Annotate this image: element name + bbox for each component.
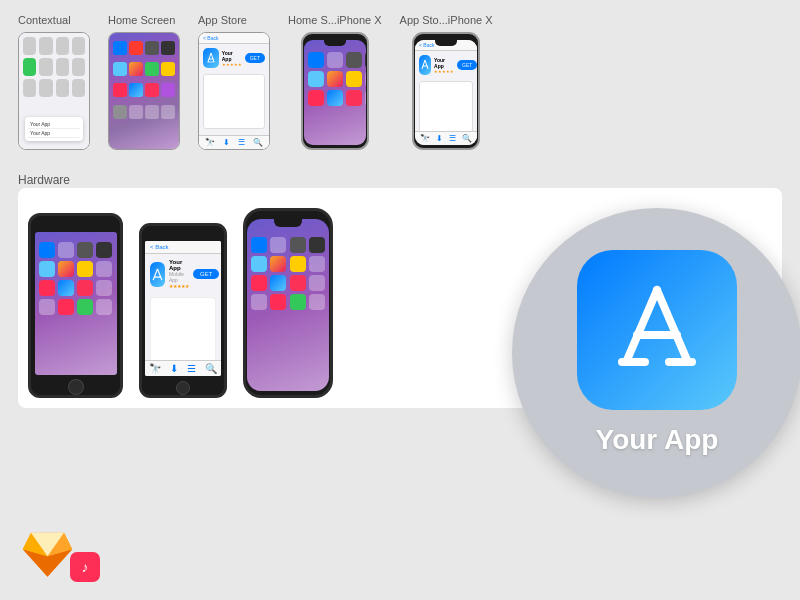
as-app-name: Your App (222, 50, 242, 62)
iphone-x-screen (247, 219, 329, 391)
as-x-stars: ★★★★★ (434, 69, 454, 74)
app-icon-large (577, 250, 737, 410)
ctx-icon-5 (72, 58, 85, 76)
home-screen-phone (108, 32, 180, 150)
top-notch (324, 40, 346, 46)
big-hs-pink (39, 280, 55, 296)
app-store-phone: < Back Your App ★★★★★ (198, 32, 270, 150)
iphone-x-notch (274, 219, 302, 227)
big-hs-gold (77, 261, 93, 277)
bhs-x-gold (346, 71, 362, 87)
big-as-get[interactable]: GET (193, 269, 219, 279)
hs-music (145, 83, 159, 97)
x-hs-4 (251, 294, 267, 310)
ctx-icon-9 (72, 79, 85, 97)
hs-cam (145, 41, 159, 55)
as-tb-icon-3: ☰ (238, 138, 245, 147)
top-notch-2 (435, 40, 457, 46)
hardware-label: Hardware (18, 173, 70, 187)
ctx-icon-cal (39, 37, 52, 55)
bhs-x-2 (365, 71, 366, 87)
big-hs-cam (77, 242, 93, 258)
bhs-x-music (346, 90, 362, 106)
ctx-icon-1 (72, 37, 85, 55)
x-hs-gold (290, 256, 306, 272)
big-as-toolbar: 🔭 ⬇ ☰ 🔍 (145, 360, 221, 376)
hs-pink (113, 83, 127, 97)
big-as-tb-3: ☰ (187, 363, 196, 374)
as-toolbar: 🔭 ⬇ ☰ 🔍 (199, 135, 269, 149)
big-hs-clock (96, 242, 112, 258)
big-as-back: < Back (150, 244, 169, 250)
hs-misc3 (161, 105, 175, 119)
big-as-tb-4: 🔍 (205, 363, 217, 374)
app-store-x-group: App Sto...iPhone X < Back Your Ap (400, 14, 493, 150)
music-icon-overlay: ♪ (70, 552, 100, 582)
as-get-button[interactable]: GET (245, 53, 265, 63)
big-iphone-home-screen (35, 232, 117, 375)
big-hs-weather (39, 261, 55, 277)
big-iphone-home (28, 213, 123, 398)
ctx-icon-cam (56, 37, 69, 55)
as-app-icon (203, 48, 219, 68)
home-screen-x-phone (301, 32, 369, 150)
app-icon-overlay: Your App (512, 208, 800, 498)
x-hs-2 (309, 256, 325, 272)
x-hs-3 (309, 275, 325, 291)
big-as-tb-1: 🔭 (149, 363, 161, 374)
as-stars: ★★★★★ (222, 62, 242, 67)
contextual-screen: Your App Your App (19, 33, 89, 149)
medium-iphone-screen: < Back Your App Mobile App ★★★★★ GET (145, 241, 221, 376)
big-hs-grid-x (247, 219, 329, 314)
big-hs-heart (58, 299, 74, 315)
big-as-header: < Back (145, 241, 221, 254)
iphone-x-home (243, 208, 333, 398)
ctx-icon-8 (56, 79, 69, 97)
x-hs-heart (270, 294, 286, 310)
hardware-section: Hardware (0, 160, 800, 418)
big-hs-green (77, 299, 93, 315)
as-app-row: Your App ★★★★★ GET (203, 48, 265, 68)
hs-misc1 (129, 105, 143, 119)
as-tb-icon-1: 🔭 (205, 138, 215, 147)
hs-maps (145, 62, 159, 76)
big-as-icon (150, 262, 165, 287)
hardware-phones-container: < Back Your App Mobile App ★★★★★ GET (18, 188, 782, 408)
x-hs-green (290, 294, 306, 310)
big-as-sub: Mobile App (169, 271, 189, 283)
ctx-icon-6 (23, 79, 36, 97)
as-x-tb-1: 🔭 (420, 134, 430, 143)
big-as-stars: ★★★★★ (169, 283, 189, 289)
bhs-x-cam (346, 52, 362, 68)
x-hs-mail (251, 237, 267, 253)
hs-settings (113, 105, 127, 119)
as-x-toolbar: 🔭 ⬇ ☰ 🔍 (415, 131, 477, 145)
ctx-menu-item-1: Your App (28, 120, 80, 129)
as-x-name: Your App (434, 57, 454, 69)
hs-cal (129, 41, 143, 55)
x-hs-weather (251, 256, 267, 272)
sketch-logo (20, 530, 75, 580)
ctx-icon-7 (39, 79, 52, 97)
hs-gold (161, 62, 175, 76)
as-x-tb-4: 🔍 (462, 134, 472, 143)
app-store-icon-svg (607, 280, 707, 380)
home-screen-x-screen (304, 40, 366, 145)
app-store-screen: < Back Your App ★★★★★ (199, 33, 269, 149)
as-header: < Back (199, 33, 269, 44)
big-as-info: Your App Mobile App ★★★★★ (169, 259, 189, 289)
x-hs-music (290, 275, 306, 291)
big-hs-4 (39, 299, 55, 315)
as-x-get[interactable]: GET (457, 60, 477, 70)
big-phone-home-btn (68, 379, 84, 395)
home-screen-label: Home Screen (108, 14, 175, 26)
bhs-x-store (327, 90, 343, 106)
ctx-icon-3 (39, 58, 52, 76)
bhs-x-1 (327, 52, 343, 68)
big-as-name: Your App (169, 259, 189, 271)
hs-purple (161, 83, 175, 97)
home-screen (109, 33, 179, 149)
as-tb-icon-2: ⬇ (223, 138, 230, 147)
as-x-tb-3: ☰ (449, 134, 456, 143)
hs-store (129, 83, 143, 97)
